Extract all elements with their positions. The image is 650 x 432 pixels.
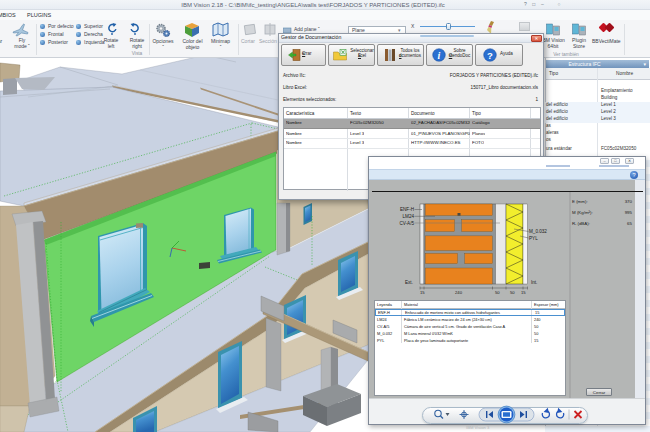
svg-text:65: 65: [627, 221, 632, 226]
svg-text:Rᵣ (dBA):: Rᵣ (dBA):: [572, 221, 590, 226]
svg-text:E (mm):: E (mm):: [572, 199, 588, 204]
svg-text:ENF-H: ENF-H: [400, 207, 414, 212]
svg-text:M_0.032: M_0.032: [529, 229, 547, 234]
svg-text:15: 15: [420, 290, 425, 295]
svg-text:50: 50: [510, 290, 515, 295]
svg-text:50: 50: [495, 290, 500, 295]
svg-text:M (Kg/m²):: M (Kg/m²):: [572, 210, 593, 215]
svg-text:240: 240: [455, 290, 463, 295]
svg-text:i: i: [438, 50, 441, 61]
svg-text:Int.: Int.: [531, 280, 537, 285]
svg-text:15: 15: [521, 290, 526, 295]
svg-text:Ext.: Ext.: [405, 280, 413, 285]
svg-text:370: 370: [625, 199, 633, 204]
svg-text:PYL: PYL: [529, 236, 538, 241]
svg-text:995: 995: [625, 210, 633, 215]
svg-text:?: ?: [487, 50, 493, 61]
svg-text:CV-A/5: CV-A/5: [399, 221, 414, 226]
svg-text:LM24: LM24: [403, 214, 415, 219]
